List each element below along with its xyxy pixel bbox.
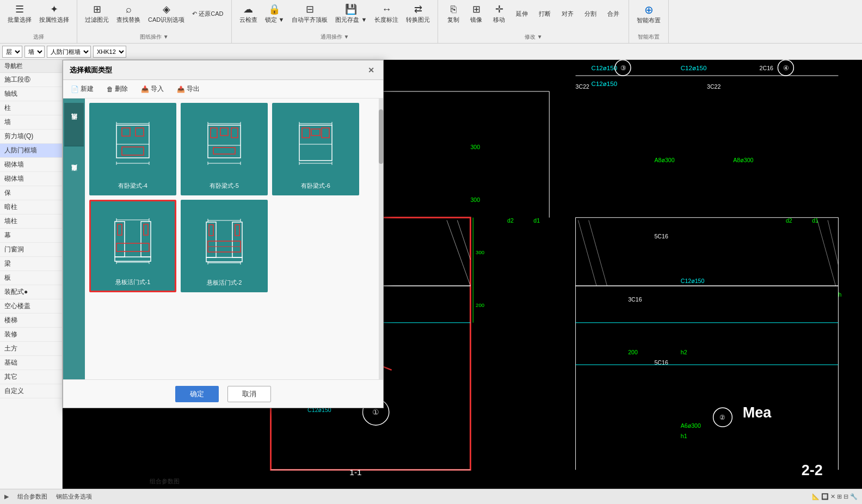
confirm-button[interactable]: 确定 (175, 386, 219, 402)
svg-text:d2: d2 (786, 217, 792, 224)
system-preset-tab[interactable]: 系统内置 (64, 103, 84, 146)
section-card-1-label: 有卧梁式-4 (118, 182, 147, 190)
toolbar-select-section: ☰ 批量选择 ✦ 按属性选择 选择 (0, 0, 77, 43)
sections-sidebar: 系统内置 自定义截面库 (63, 99, 85, 388)
batch-select-btn[interactable]: ☰ 批量选择 (4, 2, 35, 25)
delete-section-btn[interactable]: 🗑 删除 (103, 83, 131, 95)
restore-cad-btn[interactable]: ↶ 还原CAD (189, 9, 226, 19)
sidebar-item-slab[interactable]: 板 (0, 271, 62, 285)
sidebar-item-others[interactable]: 其它 (0, 370, 62, 384)
svg-text:2C16: 2C16 (760, 65, 773, 71)
section-card-2-label: 有卧梁式-5 (210, 182, 239, 190)
sidebar-item-foundation[interactable]: 基础 (0, 356, 62, 370)
align-btn[interactable]: 对齐 (557, 9, 578, 19)
sidebar-item-wall-col[interactable]: 墙柱 (0, 214, 62, 229)
export-section-btn[interactable]: 📤 导出 (174, 83, 203, 95)
door-frame-select[interactable]: 人防门框墙 (47, 46, 91, 58)
move-btn[interactable]: ✛ 移动 (488, 2, 510, 25)
attr-select-btn[interactable]: ✦ 按属性选择 (36, 2, 72, 25)
toolbar-modify-section: ⎘ 复制 ⊞ 镜像 ✛ 移动 延伸 打断 对齐 分割 (438, 0, 629, 43)
sidebar-item-stairs[interactable]: 楼梯 (0, 314, 62, 328)
sidebar-item-beam[interactable]: 梁 (0, 257, 62, 271)
nav-label: 导航栏 (0, 60, 62, 73)
copy-btn[interactable]: ⎘ 复制 (442, 3, 464, 25)
section-card-2[interactable]: 有卧梁式-5 (181, 103, 268, 195)
break-btn[interactable]: 打断 (534, 9, 556, 19)
import-section-btn[interactable]: 📥 导入 (138, 83, 167, 95)
convert-element-btn[interactable]: ⇄ 转换图元 (403, 2, 433, 25)
find-replace-icon: ⌕ (126, 4, 132, 15)
new-icon: 📄 (71, 85, 79, 93)
sections-row-1: 有卧梁式-4 (89, 103, 374, 195)
sidebar-item-shear-wall[interactable]: 剪力墙(Q) (0, 130, 62, 144)
sidebar-item-protect[interactable]: 保 (0, 186, 62, 200)
svg-text:③: ③ (620, 65, 626, 71)
lock-btn[interactable]: 🔒 锁定 ▼ (262, 2, 288, 25)
sidebar-item-masonry1[interactable]: 砌体墙 (0, 158, 62, 172)
save-icon: 💾 (345, 3, 357, 15)
cancel-button[interactable]: 取消 (227, 386, 271, 402)
sidebar-item-column[interactable]: 柱 (0, 101, 62, 115)
sidebar-item-wall[interactable]: 墙 (0, 115, 62, 130)
dialog-close-button[interactable]: ✕ (366, 65, 377, 76)
sidebar-item-hidden-col[interactable]: 暗柱 (0, 200, 62, 214)
main-toolbar: ☰ 批量选择 ✦ 按属性选择 选择 ⊞ 过滤图元 ⌕ 查找替换 ◈ CAD识别选… (0, 0, 862, 44)
svg-text:300: 300 (476, 249, 484, 255)
sections-scrollbar[interactable] (379, 99, 383, 388)
cad-identify-btn[interactable]: ◈ CAD识别选项 (145, 2, 188, 25)
custom-library-tab[interactable]: 自定义截面库 (64, 149, 84, 203)
mirror-btn[interactable]: ⊞ 镜像 (465, 2, 487, 25)
xhk-select[interactable]: XHK12 (93, 46, 126, 58)
sidebar-item-prefab[interactable]: 装配式● (0, 285, 62, 299)
section-card-5[interactable]: 悬板活门式-2 (181, 200, 268, 292)
smart-layout-btn[interactable]: ⊕ 智能布置 (633, 2, 664, 26)
section-img-2 (192, 114, 257, 180)
sidebar-item-hollow[interactable]: 空心楼盖 (0, 299, 62, 314)
merge-btn[interactable]: 合并 (602, 9, 624, 19)
sidebar-item-door-window[interactable]: 门窗洞 (0, 243, 62, 257)
split-btn[interactable]: 分割 (580, 9, 601, 19)
sidebar-item-construction[interactable]: 施工段⑥ (0, 73, 62, 87)
element-save-btn[interactable]: 💾 图元存盘 ▼ (332, 2, 370, 25)
svg-text:C12ø150: C12ø150 (592, 81, 618, 87)
svg-text:200: 200 (628, 349, 638, 355)
sidebar-item-door-frame-wall[interactable]: 人防门框墙 (0, 144, 62, 158)
sidebar-item-axis[interactable]: 轴线 (0, 87, 62, 101)
toolbar2: 层 墙 人防门框墙 XHK12 (0, 44, 862, 60)
svg-text:①: ① (372, 408, 379, 416)
lock-icon: 🔒 (268, 3, 280, 15)
extend-btn[interactable]: 延伸 (511, 9, 533, 19)
svg-text:A6ø300: A6ø300 (681, 422, 701, 429)
svg-text:5C16: 5C16 (654, 233, 668, 239)
sidebar-item-decor[interactable]: 装修 (0, 328, 62, 342)
sidebar-item-curtain[interactable]: 幕 (0, 229, 62, 243)
dialog-title: 选择截面类型 (70, 65, 112, 75)
svg-text:C12ø150: C12ø150 (592, 65, 618, 71)
filter-btn[interactable]: ⊞ 过滤图元 (82, 2, 112, 25)
toolbar-draw-section: ⊕ 智能布置 智能布置 (629, 0, 669, 43)
sidebar-item-masonry2[interactable]: 砌体墙 (0, 172, 62, 186)
scrollbar-thumb[interactable] (379, 109, 383, 164)
rebar-options-label[interactable]: 钢筋业务选项 (56, 493, 92, 501)
section-card-1[interactable]: 有卧梁式-4 (89, 103, 176, 195)
length-mark-btn[interactable]: ↔ 长度标注 (371, 3, 402, 25)
svg-text:d1: d1 (533, 217, 540, 224)
find-replace-btn[interactable]: ⌕ 查找替换 (113, 3, 144, 25)
section-card-4[interactable]: 悬板活门式-1 (89, 200, 176, 292)
section-card-3[interactable]: 有卧梁式-6 (272, 103, 359, 195)
cloud-check-btn[interactable]: ☁ 云检查 (236, 2, 261, 25)
auto-align-btn[interactable]: ⊟ 自动平齐顶板 (288, 2, 331, 25)
svg-text:300: 300 (470, 144, 480, 150)
svg-text:h1: h1 (681, 433, 687, 439)
import-icon: 📥 (141, 85, 149, 93)
wall-select[interactable]: 墙 (24, 46, 45, 58)
draw-buttons: ⊕ 智能布置 (633, 2, 664, 26)
new-section-btn[interactable]: 📄 新建 (67, 83, 97, 95)
sidebar-item-custom[interactable]: 自定义 (0, 384, 62, 398)
param-diagram-label[interactable]: 组合参数图 (17, 493, 47, 501)
layer-select[interactable]: 层 (2, 46, 22, 58)
sidebar-item-earthwork[interactable]: 土方 (0, 342, 62, 356)
svg-text:d2: d2 (507, 217, 514, 224)
smart-layout-icon: ⊕ (644, 3, 654, 16)
modify-buttons: ⎘ 复制 ⊞ 镜像 ✛ 移动 延伸 打断 对齐 分割 (442, 2, 624, 25)
